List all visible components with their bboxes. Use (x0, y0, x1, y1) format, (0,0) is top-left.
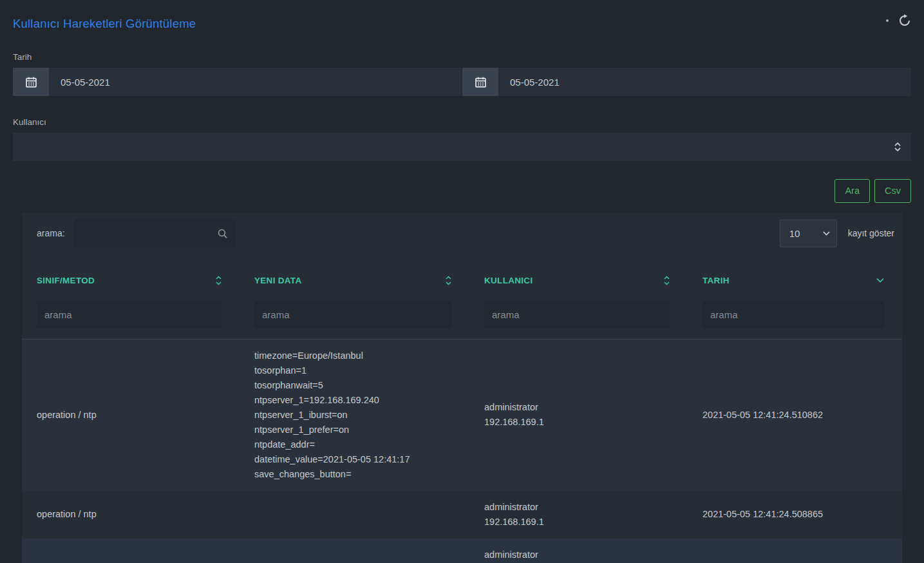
date-to-group (462, 68, 911, 96)
date-range-row (13, 68, 911, 96)
cell-yeni-data: timezone=Europe/Istanbul tosorphan=1 tos… (240, 339, 469, 491)
cell-kullanici: administrator 192.168.169.1 (469, 491, 688, 539)
action-buttons: Ara Csv (13, 179, 911, 203)
cell-yeni-data (240, 539, 469, 563)
csv-button[interactable]: Csv (874, 179, 911, 203)
column-header-tarih[interactable]: TARIH (688, 263, 902, 297)
filters-section: Kullanıcı Hareketleri Görüntüleme Tarih (0, 17, 924, 203)
calendar-from-button[interactable] (13, 68, 49, 96)
cell-tarih: 2021-05-05 12:41:24.508865 (688, 491, 902, 539)
date-label: Tarih (13, 52, 911, 62)
column-header-yeni-data[interactable]: YENI DATA (240, 263, 469, 297)
calendar-icon (475, 77, 486, 88)
search-button[interactable]: Ara (834, 179, 870, 203)
column-label: SINIF/METOD (37, 276, 95, 285)
cell-sinif-metod (22, 539, 240, 563)
global-search-wrap (74, 220, 236, 247)
sort-both-icon (664, 276, 670, 285)
sort-both-icon (446, 276, 451, 285)
header-row: SINIF/METOD YENI DATA (22, 263, 902, 297)
cell-tarih: 2021-05-05 12:41:24.510862 (688, 339, 902, 491)
filter-input-tarih[interactable] (702, 301, 884, 329)
filter-input-kullanici[interactable] (484, 301, 670, 329)
select-updown-icon (894, 142, 901, 152)
chevron-down-icon (823, 231, 830, 236)
column-header-kullanici[interactable]: KULLANICI (469, 263, 688, 297)
cell-kullanici: administrator 192.168.169.1 (469, 339, 688, 491)
date-to-input[interactable] (498, 68, 911, 96)
table-row: administrator (22, 539, 902, 563)
column-label: TARIH (702, 276, 730, 285)
results-panel: arama: 10 kayıt göster (22, 213, 902, 563)
page-title: Kullanıcı Hareketleri Görüntüleme (13, 17, 911, 31)
user-select[interactable] (13, 133, 911, 161)
user-label: Kullanıcı (13, 117, 911, 127)
page-size-select[interactable]: 10 (780, 220, 837, 247)
cell-sinif-metod: operation / ntp (22, 491, 240, 539)
date-from-group (13, 68, 462, 96)
cell-sinif-metod: operation / ntp (22, 339, 240, 491)
cell-kullanici: administrator (469, 539, 688, 563)
results-table: SINIF/METOD YENI DATA (22, 263, 902, 563)
table-row: operation / ntp administrator 192.168.16… (22, 491, 902, 539)
column-header-sinif-metod[interactable]: SINIF/METOD (22, 263, 240, 297)
calendar-icon (26, 77, 37, 88)
global-search-label: arama: (37, 228, 65, 238)
global-search-input[interactable] (74, 220, 236, 247)
column-filter-row (22, 297, 902, 339)
page-size-suffix: kayıt göster (848, 228, 894, 238)
filter-input-sinif-metod[interactable] (37, 301, 222, 329)
header-actions (886, 14, 911, 27)
sort-desc-icon (876, 278, 884, 283)
cell-yeni-data (240, 491, 469, 539)
page-size-area: 10 kayıt göster (780, 220, 894, 247)
page-size-value: 10 (789, 228, 800, 239)
calendar-to-button[interactable] (462, 68, 498, 96)
cell-tarih (688, 539, 902, 563)
sort-both-icon (216, 276, 222, 285)
column-label: KULLANICI (484, 276, 533, 285)
table-row: operation / ntp timezone=Europe/Istanbul… (22, 339, 902, 491)
column-label: YENI DATA (254, 276, 301, 285)
filter-input-yeni-data[interactable] (254, 301, 451, 329)
date-from-input[interactable] (49, 68, 462, 96)
refresh-icon[interactable] (898, 14, 911, 27)
status-dot-icon (886, 19, 889, 22)
table-toolbar: arama: 10 kayıt göster (22, 213, 902, 255)
